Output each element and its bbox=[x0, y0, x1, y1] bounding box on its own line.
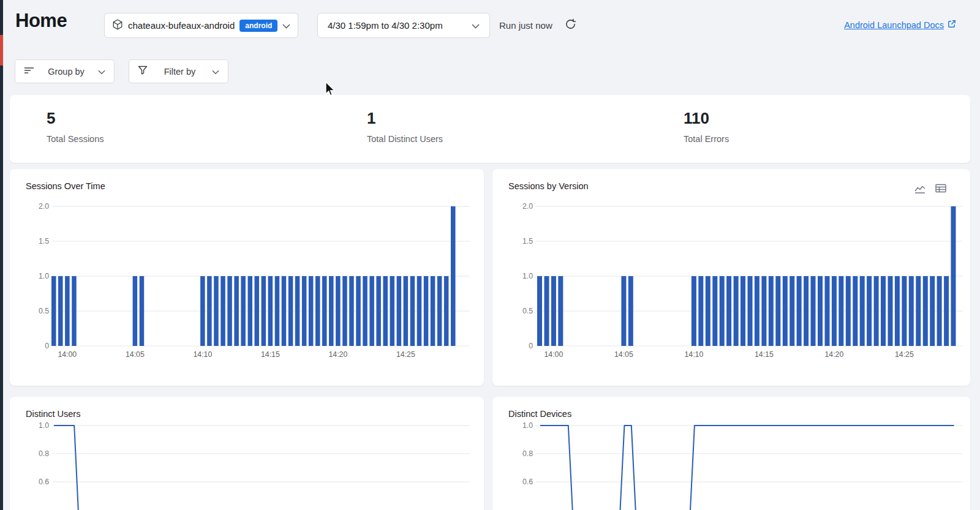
external-link-icon bbox=[948, 20, 956, 30]
svg-text:14:10: 14:10 bbox=[194, 350, 213, 359]
refresh-icon[interactable] bbox=[565, 18, 576, 32]
svg-text:1.5: 1.5 bbox=[522, 237, 533, 246]
stat-total-sessions: 5 Total Sessions bbox=[47, 109, 104, 144]
svg-text:1.5: 1.5 bbox=[39, 237, 49, 246]
svg-text:14:20: 14:20 bbox=[329, 350, 348, 359]
filter-by-label: Filter by bbox=[155, 67, 205, 77]
sessions-by-version-chart: 2.01.51.00.5014:0014:0514:1014:1514:2014… bbox=[492, 169, 970, 386]
svg-text:0.8: 0.8 bbox=[39, 449, 49, 458]
svg-text:14:05: 14:05 bbox=[614, 350, 633, 359]
svg-text:14:25: 14:25 bbox=[895, 350, 914, 359]
stat-value: 5 bbox=[47, 109, 104, 127]
sessions-over-time-card: Sessions Over Time 2.01.51.00.5014:0014:… bbox=[10, 169, 484, 386]
chevron-down-icon bbox=[472, 20, 480, 31]
app-selector[interactable]: chateaux-bufeaux-android android bbox=[104, 13, 298, 38]
chevron-down-icon bbox=[98, 66, 105, 77]
svg-text:1.0: 1.0 bbox=[522, 272, 533, 280]
stat-total-distinct-users: 1 Total Distinct Users bbox=[367, 109, 443, 144]
collapsed-sidebar bbox=[0, 0, 3, 510]
package-icon bbox=[112, 19, 123, 32]
dashboard-page: Home chateaux-bufeaux-android android 4/… bbox=[0, 0, 980, 510]
page-title: Home bbox=[15, 10, 67, 32]
chevron-down-icon bbox=[212, 66, 219, 77]
svg-text:14:15: 14:15 bbox=[261, 350, 280, 359]
run-status-text: Run just now bbox=[499, 20, 552, 31]
svg-text:14:20: 14:20 bbox=[825, 350, 844, 359]
stat-label: Total Errors bbox=[684, 134, 729, 144]
group-lines-icon bbox=[24, 66, 34, 77]
date-range-value: 4/30 1:59pm to 4/30 2:30pm bbox=[328, 20, 443, 31]
svg-text:1.0: 1.0 bbox=[39, 272, 49, 280]
date-range-picker[interactable]: 4/30 1:59pm to 4/30 2:30pm bbox=[317, 13, 490, 38]
svg-text:14:05: 14:05 bbox=[126, 350, 145, 359]
chevron-down-icon bbox=[282, 20, 290, 31]
app-selector-value: chateaux-bufeaux-android bbox=[128, 20, 235, 31]
svg-text:0.5: 0.5 bbox=[522, 307, 533, 315]
stat-value: 110 bbox=[684, 109, 729, 127]
svg-text:0: 0 bbox=[529, 342, 533, 350]
svg-text:14:15: 14:15 bbox=[755, 350, 774, 359]
distinct-users-card: Distinct Users 1.00.80.6 bbox=[10, 397, 484, 510]
run-status-area: Run just now bbox=[499, 13, 576, 38]
docs-link[interactable]: Android Launchpad Docs bbox=[844, 20, 956, 30]
group-by-label: Group by bbox=[42, 67, 91, 77]
stat-label: Total Distinct Users bbox=[367, 134, 443, 144]
platform-badge: android bbox=[239, 20, 277, 32]
svg-text:14:00: 14:00 bbox=[58, 350, 77, 359]
group-by-button[interactable]: Group by bbox=[15, 59, 115, 83]
summary-stats-card: 5 Total Sessions 1 Total Distinct Users … bbox=[10, 95, 970, 163]
distinct-users-chart: 1.00.80.6 bbox=[10, 397, 484, 510]
svg-text:2.0: 2.0 bbox=[522, 202, 533, 211]
sessions-over-time-chart: 2.01.51.00.5014:0014:0514:1014:1514:2014… bbox=[10, 169, 484, 386]
svg-text:0.6: 0.6 bbox=[39, 478, 49, 486]
svg-text:0.5: 0.5 bbox=[39, 307, 49, 315]
sessions-by-version-card: Sessions by Version 2.01.51.00.5014:0014… bbox=[492, 169, 970, 386]
svg-text:14:10: 14:10 bbox=[685, 350, 704, 359]
sidebar-logo-accent bbox=[0, 35, 3, 66]
svg-text:1.0: 1.0 bbox=[39, 421, 49, 430]
filter-funnel-icon bbox=[138, 66, 148, 77]
svg-text:2.0: 2.0 bbox=[39, 202, 49, 211]
distinct-devices-card: Distinct Devices 1.00.80.6 bbox=[492, 397, 970, 510]
svg-text:14:00: 14:00 bbox=[545, 350, 564, 359]
svg-text:14:25: 14:25 bbox=[396, 350, 415, 359]
stat-value: 1 bbox=[367, 109, 443, 127]
svg-text:0.6: 0.6 bbox=[522, 478, 533, 486]
svg-text:1.0: 1.0 bbox=[522, 421, 533, 430]
stat-label: Total Sessions bbox=[47, 134, 104, 144]
docs-link-label: Android Launchpad Docs bbox=[844, 20, 944, 30]
svg-text:0.8: 0.8 bbox=[522, 449, 533, 458]
svg-text:0: 0 bbox=[45, 342, 49, 350]
mouse-cursor bbox=[325, 81, 337, 100]
filter-by-button[interactable]: Filter by bbox=[129, 59, 228, 83]
distinct-devices-chart: 1.00.80.6 bbox=[492, 397, 970, 510]
stat-total-errors: 110 Total Errors bbox=[684, 109, 729, 144]
